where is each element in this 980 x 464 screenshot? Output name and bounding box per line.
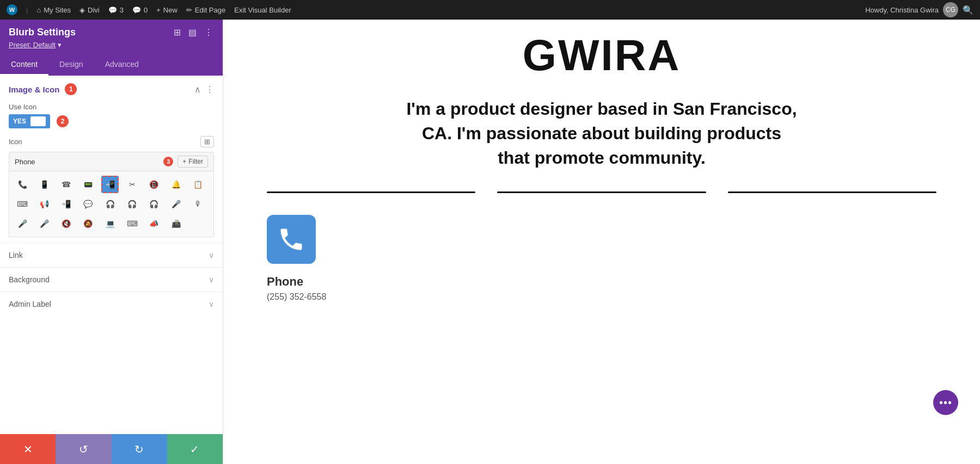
cancel-button[interactable]: ✕ (0, 434, 56, 464)
icon-cell-mic2[interactable]: 🎙 (189, 195, 207, 213)
image-icon-section-header[interactable]: Image & Icon 1 ∧ ⋮ (0, 76, 223, 100)
icon-cell-keyboard2[interactable]: ⌨ (124, 215, 141, 232)
background-title: Background (9, 275, 50, 284)
icon-cell-mic4[interactable]: 🎤 (35, 215, 53, 232)
icon-cell-keyboard[interactable]: ⌨ (14, 195, 31, 213)
icon-search-row: 3 + Filter (9, 152, 214, 171)
wp-admin-bar: W | ⌂ My Sites ◈ Divi 💬 3 💬 0 + New ✏ Ed… (0, 0, 980, 20)
blurb-title: Phone (267, 275, 303, 289)
icon-cell-telephone[interactable]: ☎ (58, 176, 75, 193)
icon-cell-fax[interactable]: 📠 (167, 215, 185, 232)
icon-cell-headphone1[interactable]: 🎧 (101, 195, 119, 213)
undo-button[interactable]: ↺ (56, 434, 111, 464)
search-icon[interactable]: 🔍 (963, 5, 973, 15)
icon-grid: 📞 📱 ☎ 📟 📲 ✂ 📵 🔔 📋 ⌨ 📢 📲 💬 🎧 🎧 (9, 171, 214, 237)
background-chevron: ∨ (209, 275, 214, 284)
layout-icon[interactable]: ▤ (187, 26, 198, 39)
divi-link[interactable]: ◈ Divi (79, 6, 100, 14)
blurb-value: (255) 352-6558 (267, 292, 326, 302)
panel-header-icons: ⊞ ▤ ⋮ (173, 26, 214, 39)
new-link[interactable]: + New (156, 6, 177, 14)
plus-icon: + (156, 6, 161, 14)
divi-icon: ◈ (79, 6, 85, 14)
comments-icon: 💬 (108, 6, 117, 14)
bio-text: I'm a product designer based in San Fran… (406, 97, 798, 170)
icon-cell-megaphone[interactable]: 📣 (145, 215, 163, 232)
blurb-icon-wrapper (267, 215, 316, 264)
canvas-content: GWIRA I'm a product designer based in Sa… (223, 20, 980, 464)
balloon-link[interactable]: 💬 0 (132, 6, 148, 14)
search-badge: 3 (163, 157, 173, 166)
icon-cell-mic1[interactable]: 🎤 (167, 195, 185, 213)
tab-advanced[interactable]: Advanced (94, 54, 150, 76)
phone-icon-svg (277, 225, 305, 253)
icon-cell-mobile[interactable]: 📱 (35, 176, 53, 193)
dividers-row (256, 191, 947, 193)
more-options-icon[interactable]: ⋮ (203, 26, 214, 39)
icon-cell-headphone3[interactable]: 🎧 (145, 195, 163, 213)
tab-content[interactable]: Content (0, 54, 48, 76)
admin-label-section[interactable]: Admin Label ∨ (0, 292, 223, 316)
icon-cell-phone-handset[interactable]: 📞 (14, 176, 31, 193)
canvas-area: GWIRA I'm a product designer based in Sa… (223, 20, 980, 464)
panel-content: Image & Icon 1 ∧ ⋮ Use Icon YES 2 (0, 76, 223, 434)
save-button[interactable]: ✓ (167, 434, 223, 464)
image-icon-title: Image & Icon (9, 85, 59, 94)
panel-title: Blurb Settings (9, 27, 76, 38)
icon-expand-button[interactable]: ⊞ (200, 136, 214, 147)
link-title: Link (9, 251, 23, 259)
icon-cell-comment[interactable]: 💬 (79, 195, 97, 213)
icon-search-input[interactable] (15, 158, 159, 166)
icon-cell-mute2[interactable]: 🔕 (79, 215, 97, 232)
wp-logo[interactable]: W (7, 4, 17, 15)
icon-cell-headphone2[interactable]: 🎧 (124, 195, 141, 213)
exit-vb-link[interactable]: Exit Visual Builder (234, 6, 291, 14)
filter-button[interactable]: + Filter (177, 156, 208, 168)
wp-icon: W (7, 4, 17, 15)
section-options-icon[interactable]: ⋮ (205, 84, 214, 95)
icon-cell-voicemail[interactable]: 📢 (35, 195, 53, 213)
divider-1 (267, 191, 475, 193)
icon-cell-phone2[interactable]: 📲 (58, 195, 75, 213)
icon-cell-receiver[interactable]: 📟 (79, 176, 97, 193)
edit-page-link[interactable]: ✏ Edit Page (186, 6, 225, 14)
edit-icon: ✏ (186, 6, 192, 14)
link-chevron: ∨ (209, 251, 214, 259)
site-title: GWIRA (256, 20, 947, 97)
icon-cell-empty (189, 215, 207, 232)
comments-link[interactable]: 💬 3 (108, 6, 124, 14)
icon-picker: Icon ⊞ 3 + Filter 📞 📱 ☎ 📟 (0, 133, 223, 243)
image-icon-badge: 1 (65, 83, 77, 95)
icon-cell-phone-arrow[interactable]: 📲 (101, 176, 119, 193)
icon-cell-no-phone[interactable]: 📵 (145, 176, 163, 193)
tab-design[interactable]: Design (48, 54, 94, 76)
icon-cell-mute1[interactable]: 🔇 (58, 215, 75, 232)
icon-cell-clipboard[interactable]: 📋 (189, 176, 207, 193)
expand-icon[interactable]: ⊞ (173, 26, 182, 39)
redo-button[interactable]: ↻ (112, 434, 167, 464)
my-sites-link[interactable]: ⌂ My Sites (36, 6, 71, 14)
blurb-section: Phone (255) 352-6558 (256, 215, 947, 302)
icon-cell-laptop[interactable]: 💻 (101, 215, 119, 232)
avatar: CG (943, 2, 958, 17)
preset-label[interactable]: Preset: Default ▾ (9, 41, 214, 49)
icon-cell-bell[interactable]: 🔔 (167, 176, 185, 193)
background-section[interactable]: Background ∨ (0, 267, 223, 292)
home-icon: ⌂ (36, 6, 41, 14)
icon-cell-phone-slash[interactable]: ✂ (124, 176, 141, 193)
link-section[interactable]: Link ∨ (0, 243, 223, 267)
user-info: Howdy, Christina Gwira CG 🔍 (865, 2, 973, 17)
use-icon-field: Use Icon YES 2 (0, 100, 223, 133)
icon-field-label: Icon (9, 138, 22, 146)
settings-panel: Blurb Settings ⊞ ▤ ⋮ Preset: Default ▾ C… (0, 20, 223, 464)
floating-dots-button[interactable]: ••• (933, 390, 958, 415)
filter-icon: + (182, 158, 186, 165)
use-icon-label: Use Icon (9, 103, 214, 111)
panel-header: Blurb Settings ⊞ ▤ ⋮ Preset: Default ▾ (0, 20, 223, 54)
admin-label-chevron: ∨ (209, 300, 214, 308)
balloon-icon: 💬 (132, 6, 141, 14)
collapse-icon[interactable]: ∧ (194, 84, 201, 95)
divider-2 (497, 191, 706, 193)
use-icon-toggle[interactable]: YES (9, 114, 50, 128)
icon-cell-mic3[interactable]: 🎤 (14, 215, 31, 232)
